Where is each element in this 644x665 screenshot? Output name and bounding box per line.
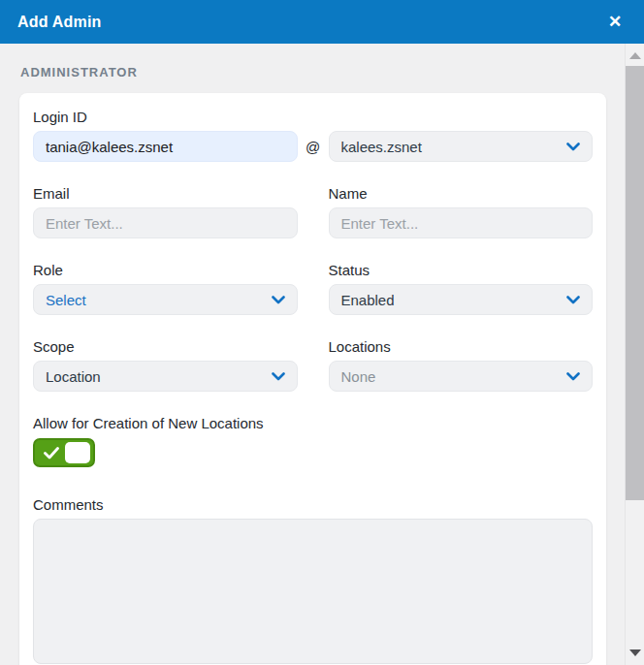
comments-label: Comments: [33, 496, 593, 513]
scope-locations-row: Scope Location Locations None: [33, 338, 593, 392]
locations-label: Locations: [329, 338, 594, 355]
chevron-down-icon: [566, 296, 580, 304]
modal-body: ADMINISTRATOR Login ID @ kalees.zsnet Em…: [0, 44, 625, 665]
locations-field-group: Locations None: [329, 338, 594, 392]
email-field-group: Email: [33, 185, 298, 238]
email-label: Email: [33, 185, 298, 202]
modal-header: Add Admin ✕: [0, 0, 644, 44]
login-id-row: Login ID @ kalees.zsnet: [33, 109, 593, 162]
vertical-scrollbar[interactable]: [625, 44, 644, 665]
modal-title: Add Admin: [17, 14, 102, 31]
status-label: Status: [329, 262, 594, 278]
scope-label: Scope: [33, 338, 298, 355]
login-id-label: Login ID: [33, 109, 593, 125]
status-select-value: Enabled: [341, 292, 560, 308]
email-name-row: Email Name: [33, 185, 593, 238]
role-label: Role: [33, 262, 298, 278]
chevron-down-icon: [272, 296, 285, 304]
administrator-card: Login ID @ kalees.zsnet Email Name: [19, 93, 606, 665]
status-select[interactable]: Enabled: [329, 284, 594, 315]
name-label: Name: [329, 185, 594, 202]
login-id-input[interactable]: [33, 131, 298, 162]
chevron-down-icon: [272, 372, 285, 381]
role-select-value: Select: [46, 292, 264, 308]
login-domain-value: kalees.zsnet: [341, 139, 560, 155]
login-domain-select[interactable]: kalees.zsnet: [329, 131, 594, 162]
status-field-group: Status Enabled: [329, 262, 594, 315]
at-separator: @: [298, 139, 329, 155]
allow-new-locations-toggle[interactable]: [33, 438, 95, 467]
scope-field-group: Scope Location: [33, 338, 298, 392]
allow-new-locations-row: Allow for Creation of New Locations: [33, 415, 593, 467]
comments-textarea[interactable]: [33, 519, 593, 664]
close-icon[interactable]: ✕: [603, 11, 627, 34]
chevron-down-icon: [566, 372, 580, 381]
comments-row: Comments: [33, 496, 593, 665]
toggle-knob: [65, 442, 90, 463]
scroll-up-icon[interactable]: [629, 52, 641, 59]
name-field-group: Name: [329, 185, 594, 238]
section-title-administrator: ADMINISTRATOR: [20, 65, 608, 79]
checkmark-icon: [35, 447, 68, 459]
scope-select[interactable]: Location: [33, 361, 298, 392]
role-select[interactable]: Select: [33, 284, 298, 315]
role-field-group: Role Select: [33, 262, 298, 315]
locations-select-value: None: [341, 368, 560, 385]
scrollbar-thumb[interactable]: [626, 66, 644, 500]
scope-select-value: Location: [46, 368, 264, 385]
scroll-down-icon[interactable]: [629, 649, 641, 656]
chevron-down-icon: [566, 142, 580, 151]
allow-new-locations-label: Allow for Creation of New Locations: [33, 415, 593, 431]
locations-select[interactable]: None: [329, 361, 594, 392]
role-status-row: Role Select Status Enabled: [33, 262, 593, 315]
name-input[interactable]: [329, 207, 594, 238]
email-input[interactable]: [33, 207, 298, 238]
